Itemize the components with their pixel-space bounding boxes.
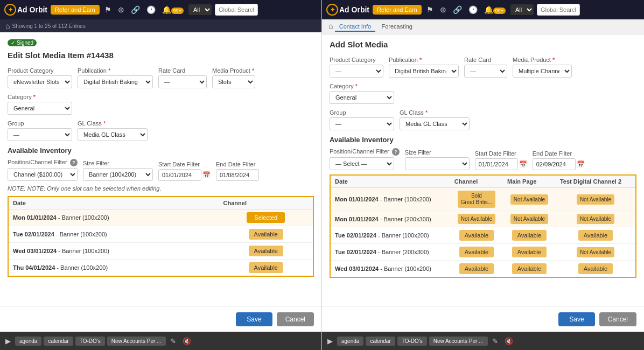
left-filter-row: Position/Channel Filter ? Channel ($100.…: [8, 159, 314, 181]
left-end-date-input[interactable]: [216, 169, 259, 181]
right-taskbar-new-accounts[interactable]: New Accounts Per ...: [429, 337, 488, 346]
right-test-channel-btn[interactable]: Not Available: [577, 194, 614, 205]
right-taskbar-mute-icon[interactable]: 🔇: [502, 336, 515, 346]
right-gl-class-select[interactable]: Media GL Class: [400, 117, 470, 130]
left-rate-card-select[interactable]: —: [158, 75, 207, 88]
right-start-date-calendar-icon[interactable]: 📅: [519, 160, 527, 168]
right-test-channel-btn[interactable]: Not Available: [577, 247, 614, 257]
left-search-input[interactable]: [215, 4, 258, 16]
right-product-category-select[interactable]: —: [330, 65, 383, 78]
right-end-date-input[interactable]: [533, 158, 576, 170]
right-channel-btn[interactable]: Available: [459, 247, 494, 257]
signed-badge: ✓ Signed: [8, 39, 37, 46]
right-rate-card-select[interactable]: —: [464, 65, 507, 78]
right-taskbar-calendar[interactable]: calendar: [366, 337, 395, 346]
right-nav-icon-flag[interactable]: ⚑: [425, 4, 435, 15]
left-start-date-calendar-icon[interactable]: 📅: [202, 171, 211, 179]
left-size-filter-select[interactable]: Banner (100x200): [83, 168, 153, 181]
right-contact-info-tab[interactable]: Contact Info: [335, 22, 375, 32]
left-taskbar-new-accounts[interactable]: New Accounts Per ...: [107, 337, 166, 346]
right-notification-badge: 99+: [493, 8, 506, 14]
left-save-button[interactable]: Save: [236, 312, 272, 326]
right-group-group: Group —: [330, 109, 394, 130]
right-channel-btn[interactable]: Not Available: [458, 214, 495, 224]
right-position-filter-select[interactable]: — Select —: [330, 157, 394, 170]
left-nav-icon-flag[interactable]: ⚑: [103, 4, 113, 15]
left-table-row: Mon 01/01/2024 - Banner (100x200)Selecte…: [8, 209, 313, 226]
right-nav-icon-bell[interactable]: 🔔99+: [482, 4, 507, 15]
right-cancel-button[interactable]: Cancel: [599, 312, 636, 326]
left-home-icon[interactable]: ⌂: [5, 22, 10, 30]
left-media-product-select[interactable]: Slots: [212, 75, 255, 88]
left-taskbar-agenda[interactable]: agenda: [15, 337, 41, 346]
left-group-group: Group —: [8, 120, 72, 141]
right-test-channel-btn[interactable]: Not Available: [577, 214, 614, 224]
right-table-header-date: Date: [330, 175, 450, 188]
right-taskbar-agenda[interactable]: agenda: [337, 337, 363, 346]
right-nav-icon-plus[interactable]: ⊕: [438, 4, 448, 15]
left-taskbar-edit-icon[interactable]: ✎: [168, 336, 178, 346]
right-taskbar-todo[interactable]: TO-DO's: [397, 337, 427, 346]
left-cancel-button[interactable]: Cancel: [277, 312, 314, 326]
right-main-page-btn[interactable]: Not Available: [510, 194, 548, 205]
left-taskbar-todo[interactable]: TO-DO's: [75, 337, 105, 346]
right-channel-btn[interactable]: Available: [459, 230, 494, 241]
right-position-help-icon[interactable]: ?: [392, 148, 400, 156]
right-nav-icon-clock[interactable]: 🕐: [467, 4, 479, 15]
right-main-page-btn[interactable]: Not Available: [510, 214, 548, 224]
left-start-date-group: Start Date Filter 📅: [158, 161, 211, 181]
left-all-dropdown[interactable]: All: [188, 4, 212, 15]
right-media-product-select[interactable]: Multiple Channels: [513, 65, 572, 78]
left-product-category-select[interactable]: eNewsletter Slots: [8, 75, 72, 88]
left-taskbar-mute-icon[interactable]: 🔇: [180, 336, 193, 346]
right-content: Add Slot Media Product Category — Public…: [322, 34, 644, 306]
right-test-channel-btn[interactable]: Available: [578, 263, 613, 274]
left-product-category-label: Product Category: [8, 67, 72, 74]
left-category-select[interactable]: General: [8, 102, 72, 115]
left-status-btn[interactable]: Available: [249, 246, 283, 256]
right-forecasting-tab[interactable]: Forecasting: [377, 22, 416, 32]
right-category-select[interactable]: General: [330, 91, 394, 104]
right-main-page-btn[interactable]: Available: [512, 263, 547, 274]
left-status-btn[interactable]: Selected: [247, 212, 285, 223]
left-gl-class-select[interactable]: Media GL Class: [78, 128, 148, 141]
left-nav-icon-clock[interactable]: 🕐: [145, 4, 157, 15]
right-refer-earn-btn[interactable]: Refer and Earn: [373, 5, 422, 15]
left-taskbar-play-icon[interactable]: ▶: [3, 336, 13, 346]
left-status-btn[interactable]: Available: [249, 262, 283, 273]
left-form-row1: Product Category eNewsletter Slots Publi…: [8, 67, 314, 88]
right-size-filter-select[interactable]: [405, 157, 470, 170]
right-taskbar-play-icon[interactable]: ▶: [325, 336, 335, 346]
left-publication-select[interactable]: Digital British Baking: [78, 75, 153, 88]
right-nav-icon-link[interactable]: 🔗: [451, 4, 464, 15]
right-main-page-btn[interactable]: Available: [512, 230, 547, 241]
left-channel-cell: Selected: [219, 209, 313, 226]
right-main-page-btn[interactable]: Available: [512, 247, 547, 257]
right-end-date-calendar-icon[interactable]: 📅: [577, 160, 585, 168]
left-position-help-icon[interactable]: ?: [70, 159, 78, 166]
right-search-input[interactable]: [537, 4, 580, 16]
left-group-select[interactable]: —: [8, 128, 72, 141]
left-nav-icon-plus[interactable]: ⊕: [116, 4, 126, 15]
right-date-cell: Mon 01/01/2024 - Banner (100x200): [330, 188, 450, 211]
left-status-btn[interactable]: Available: [249, 229, 283, 240]
right-home-icon[interactable]: ⌂: [328, 22, 333, 30]
right-save-button[interactable]: Save: [558, 312, 594, 326]
left-start-date-label: Start Date Filter: [158, 161, 211, 167]
right-channel-btn[interactable]: Available: [459, 263, 494, 274]
left-position-filter-select[interactable]: Channel ($100.00): [8, 168, 78, 181]
left-refer-earn-btn[interactable]: Refer and Earn: [51, 5, 100, 15]
left-gl-class-required: *: [102, 120, 106, 127]
left-start-date-input[interactable]: [158, 169, 201, 181]
left-nav-icon-link[interactable]: 🔗: [129, 4, 142, 15]
right-channel-btn[interactable]: Sold Great Britis...: [458, 191, 495, 208]
right-publication-label: Publication *: [389, 57, 459, 63]
right-test-channel-btn[interactable]: Available: [578, 230, 613, 241]
right-taskbar-edit-icon[interactable]: ✎: [490, 336, 500, 346]
right-group-select[interactable]: —: [330, 117, 394, 130]
right-start-date-input[interactable]: [475, 158, 518, 170]
left-nav-icon-bell[interactable]: 🔔99+: [160, 4, 185, 15]
right-all-dropdown[interactable]: All: [510, 4, 534, 15]
right-publication-select[interactable]: Digital British Baking: [389, 65, 459, 78]
left-taskbar-calendar[interactable]: calendar: [44, 337, 73, 346]
